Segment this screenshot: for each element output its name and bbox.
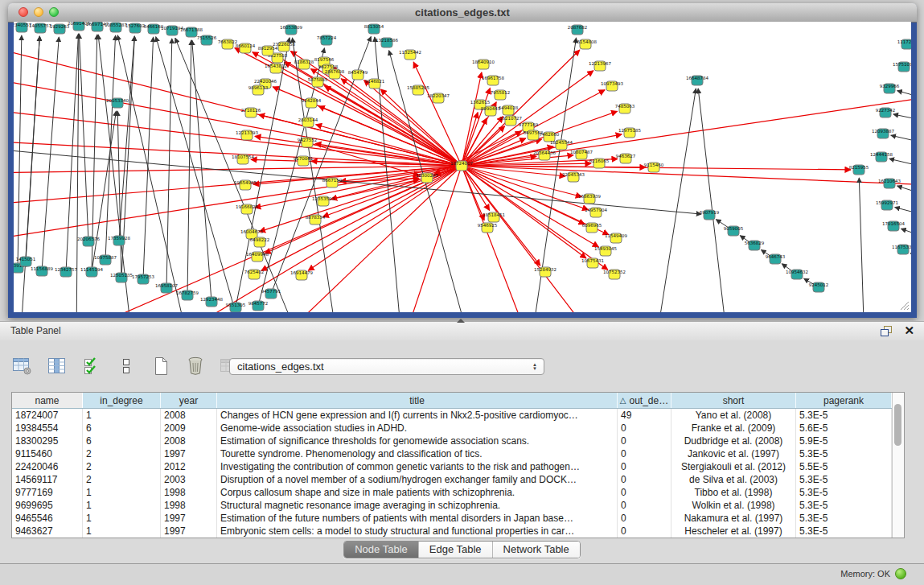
graph-node[interactable]: 9646743 [766, 254, 786, 265]
graph-node[interactable]: 16053809 [280, 25, 302, 35]
graph-node[interactable]: 8878334 [306, 215, 326, 225]
graph-node[interactable]: 11675331 [892, 245, 911, 255]
graph-edge[interactable] [14, 44, 462, 166]
table-row[interactable]: 969969511998Structural magnetic resonanc… [12, 499, 904, 512]
close-panel-icon[interactable]: ✕ [904, 324, 914, 337]
graph-edge[interactable] [175, 38, 302, 312]
graph-edge[interactable] [889, 159, 911, 169]
graph-node[interactable]: 9457791 [261, 289, 281, 299]
graph-node[interactable]: 9227342 [876, 108, 896, 118]
graph-node[interactable]: 9896133 [248, 85, 269, 96]
graph-node[interactable]: 11549409 [605, 233, 627, 244]
graph-node[interactable]: 10954632 [786, 270, 808, 280]
graph-node[interactable]: 12353593 [312, 196, 335, 207]
graph-edge[interactable] [462, 166, 911, 185]
graph-edge[interactable] [119, 36, 134, 241]
column-header-year[interactable]: year [161, 393, 217, 408]
table-row[interactable]: 1456911722003Disruption of a novel membe… [12, 473, 904, 486]
graph-node[interactable]: 15751074 [893, 62, 911, 72]
graph-node[interactable]: 11145194 [80, 267, 103, 278]
graph-node[interactable]: 6907919 [700, 210, 720, 220]
graph-edge[interactable] [901, 229, 911, 240]
graph-node[interactable]: 13218586 [376, 38, 398, 48]
graph-node[interactable]: 6096965 [582, 223, 602, 233]
table-row[interactable]: 1938455462009Genome-wide association stu… [12, 422, 904, 435]
graph-edge[interactable] [698, 89, 728, 312]
table-row[interactable]: 1830029562008Estimation of significance … [12, 435, 904, 447]
tab-edge-table[interactable]: Edge Table [419, 542, 493, 558]
table-row[interactable]: 946362711997Embryonic stem cells: a mode… [12, 525, 904, 538]
graph-node[interactable]: 16914479 [290, 270, 313, 281]
graph-node[interactable]: 7663822 [218, 39, 238, 50]
graph-node[interactable]: 17359928 [108, 236, 130, 246]
graph-node[interactable]: 8813054 [364, 24, 384, 35]
graph-edge[interactable] [341, 79, 462, 166]
graph-node[interactable]: 7955812 [491, 90, 511, 101]
graph-node[interactable]: 12444158 [870, 152, 893, 163]
table-row[interactable]: 911546021997Tourette syndrome. Phenomeno… [12, 447, 904, 460]
graph-node[interactable]: 10855287 [105, 23, 127, 33]
column-header-in_degree[interactable]: in_degree [83, 393, 161, 408]
graph-node[interactable]: 12213393 [236, 130, 258, 141]
graph-node[interactable]: 15493045 [594, 246, 617, 257]
graph-node[interactable]: 10975887 [94, 255, 117, 266]
column-header-title[interactable]: title [217, 393, 618, 408]
graph-edge[interactable] [910, 253, 911, 264]
minimize-window-button[interactable] [34, 7, 43, 17]
graph-node[interactable]: 9546925 [478, 223, 498, 233]
graph-node[interactable]: 2718126 [241, 108, 261, 118]
graph-edge[interactable] [331, 67, 462, 166]
graph-node[interactable]: 12093887 [872, 129, 894, 139]
scrollbar-thumb[interactable] [894, 404, 901, 446]
column-header-short[interactable]: short [671, 393, 796, 408]
graph-edge[interactable] [273, 166, 462, 312]
graph-node[interactable]: 16648784 [686, 76, 708, 86]
graph-node[interactable]: 12975185 [618, 128, 641, 138]
tab-node-table[interactable]: Node Table [344, 542, 419, 558]
graph-node[interactable]: 8660124 [236, 43, 256, 54]
graph-node[interactable]: 16863939 [578, 194, 601, 204]
graph-edge[interactable] [897, 91, 911, 101]
zoom-window-button[interactable] [49, 7, 59, 17]
graph-edge[interactable] [897, 186, 911, 197]
table-row[interactable]: 2242004622012Investigating the contribut… [12, 460, 904, 473]
tab-network-table[interactable]: Network Table [493, 542, 580, 558]
graph-node[interactable]: 2087682 [568, 25, 588, 35]
graph-edge[interactable] [117, 35, 189, 312]
graph-node[interactable]: 12923448 [200, 297, 223, 307]
row-height-icon[interactable] [115, 355, 138, 377]
close-window-button[interactable] [18, 7, 28, 17]
graph-node[interactable]: 1929263 [50, 24, 70, 35]
graph-edge[interactable] [92, 111, 116, 272]
graph-node[interactable]: 16154808 [574, 39, 597, 50]
graph-node[interactable]: 5636829 [745, 241, 765, 251]
graph-node[interactable]: 9329966 [880, 84, 900, 94]
graph-node[interactable]: 1527602 [125, 23, 146, 34]
table-select-dropdown[interactable]: citations_edges.txt ▲▼ [229, 358, 544, 375]
graph-node[interactable]: 1117255 [897, 39, 911, 50]
select-rows-icon[interactable] [80, 355, 103, 377]
graph-edge[interactable] [859, 178, 864, 312]
window-titlebar[interactable]: citations_edges.txt [8, 3, 917, 23]
graph-edge[interactable] [462, 166, 531, 312]
graph-node[interactable]: 9551305 [226, 303, 246, 313]
graph-node[interactable]: 11156889 [31, 266, 53, 277]
graph-node[interactable]: 17016504 [882, 221, 905, 232]
graph-node[interactable]: 14055757 [29, 23, 51, 34]
column-header-pagerank[interactable]: pagerank [796, 393, 892, 408]
vertical-scrollbar[interactable] [892, 393, 904, 538]
delete-column-icon[interactable] [184, 355, 207, 377]
graph-edge[interactable] [891, 135, 911, 145]
network-graph[interactable]: 2340557140557571929263206914062669714710… [14, 22, 911, 312]
graph-node[interactable]: 7515526 [197, 35, 217, 46]
graph-node[interactable]: 6498222 [250, 237, 270, 248]
graph-node[interactable]: 9463627 [616, 154, 636, 164]
table-row[interactable]: 977716911998Corpus callosum shape and si… [12, 486, 904, 499]
graph-node[interactable]: 9245012 [809, 282, 829, 293]
graph-node[interactable]: 7485063 [615, 104, 635, 114]
table-row[interactable]: 1872400712008Changes of HCN gene express… [12, 409, 904, 422]
column-header-out_degree[interactable]: △out_de… [618, 393, 671, 408]
graph-node[interactable]: 22045343 [562, 172, 585, 183]
graph-edge[interactable] [26, 36, 39, 262]
graph-edge[interactable] [79, 34, 88, 241]
